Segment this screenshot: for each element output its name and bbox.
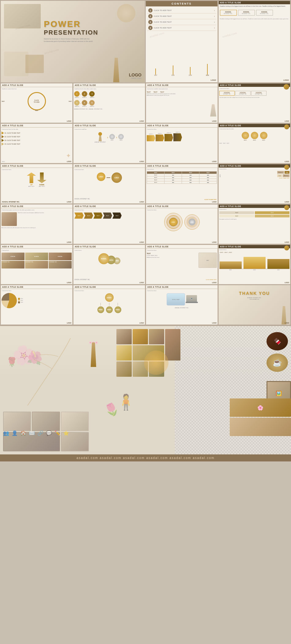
slide-steps-1: ADD A TITLE SLIDE Small text line for th… (73, 83, 145, 123)
slide-header-1: ADD A TITLE SLIDE (219, 1, 290, 4)
slide-photo-grid: ADD A TITLE SLIDE Content here. ASADAL A… (1, 245, 73, 284)
hero-presentation: PRESENTATION (44, 29, 142, 36)
slide-logo-circles: ADD A TITLE SLIDE Content text here. LOG… (73, 164, 145, 204)
slide-arrow-list: ADD A TITLE SLIDE Content text here for … (1, 124, 73, 163)
slide-logo-boxes: ADD A TITLE SLIDE Content text here. ASA… (218, 83, 290, 123)
slide-photo-text: ADD A TITLE SLIDE Content description te… (1, 204, 73, 244)
slide-concentric: ADD A TITLE SLIDE Content text here. LOG… (146, 204, 218, 244)
footer-text: asadal.com asadal.com asadal.com asadal.… (77, 456, 215, 460)
hero-subtitle: Started its business in Seoul Korea in F… (44, 38, 99, 43)
slide-chevrons: ADD A TITLE SLIDE Content text here. TEX… (73, 204, 145, 244)
slide-map-list: ADD A TITLE SLIDE Content text here. TEX… (146, 245, 218, 284)
hero-power: POWER (44, 19, 142, 29)
hero-logo: LOGO (129, 72, 142, 77)
slide-text-list: ADD A TITLE SLIDE Content text small for… (146, 83, 218, 123)
slide-table: ADD A TITLE SLIDE Content here. TEXTTEXT… (146, 164, 218, 204)
slide-bar-chart: ADD A TITLE SLIDE Content here. +TEXT+TE… (218, 245, 290, 284)
slide-risk-matrix: ADD A TITLE SLIDE Content here. TEXT TEX… (218, 204, 290, 244)
slide-matrix: ADD A TITLE SLIDE Content here. Medium H… (218, 164, 290, 204)
slide-circles-3: ADD A TITLE SLIDE Content text here for … (218, 124, 290, 163)
slide-pie-chart: ADD A TITLE SLIDE Content text here. 65%… (1, 285, 73, 325)
slide-org-chart: ADD A TITLE SLIDE Content text here. ASA… (73, 285, 145, 325)
slide-laptop-map: ADD A TITLE SLIDE Content text here. WOR… (146, 285, 218, 325)
thank-you-text: THANK YOU (221, 291, 288, 296)
slide-asadal-circles: ADD A TITLE SLIDE Content here. ASADAL A… (73, 245, 145, 284)
slide-up-down: ADD A TITLE SLIDE Content text here. UP … (1, 164, 73, 204)
footer: asadal.com asadal.com asadal.com asadal.… (0, 454, 291, 461)
slide-contents: asadal.com CONTENTS 1 CLICK TO ADD TEXT … (146, 1, 218, 83)
slide-hero: asadal.com asadal.com POWER PRESENTATION… (1, 1, 145, 83)
slide-thank-you: THANK YOU ASADAL INTERNET INC. JEOILA MA… (218, 285, 290, 325)
slide-person-flow: ADD A TITLE SLIDE Content text small lin… (73, 124, 145, 163)
hero-insert-logo: INSERT LOGO (129, 77, 142, 79)
slide-circular-flow: ADD A TITLE SLIDE Small text content lin… (1, 83, 73, 123)
slide-title-dark-1: asadal.com ADD A TITLE SLIDE Headline lo… (218, 1, 291, 83)
contents-header: CONTENTS (146, 1, 217, 6)
slide-step-arrows: ADD A TITLE SLIDE Content text here. STE… (146, 124, 218, 163)
